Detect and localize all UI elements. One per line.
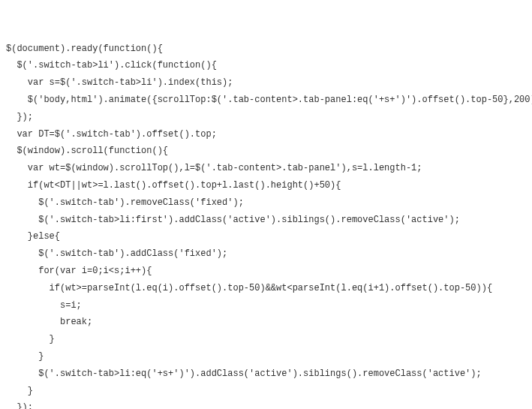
code-line: });	[6, 109, 526, 126]
code-line: }	[6, 331, 526, 348]
code-line: for(var i=0;i<s;i++){	[6, 263, 526, 280]
code-line: var s=$('.switch-tab>li').index(this);	[6, 74, 526, 92]
code-line: }else{	[6, 228, 526, 245]
code-line: $(document).ready(function(){	[6, 41, 526, 58]
code-line: }	[6, 348, 526, 365]
code-line: $('.switch-tab>li').click(function(){	[6, 57, 526, 74]
code-line: });	[6, 399, 526, 409]
code-line: var DT=$('.switch-tab').offset().top;	[6, 126, 526, 143]
code-line: break;	[6, 314, 526, 331]
code-line: $('.switch-tab>li:eq('+s+')').addClass('…	[6, 365, 526, 383]
code-line: var wt=$(window).scrollTop(),l=$('.tab-c…	[6, 160, 526, 177]
code-line: if(wt>=parseInt(l.eq(i).offset().top-50)…	[6, 280, 526, 297]
code-block: $(document).ready(function(){ $('.switch…	[6, 41, 526, 409]
code-line: if(wt<DT||wt>=l.last().offset().top+l.la…	[6, 177, 526, 194]
code-line: s=i;	[6, 297, 526, 314]
code-line: $('body,html').animate({scrollTop:$('.ta…	[6, 92, 526, 109]
code-line: $('.switch-tab').removeClass('fixed');	[6, 194, 526, 212]
code-line: $(window).scroll(function(){	[6, 143, 526, 160]
code-line: }	[6, 383, 526, 400]
code-line: $('.switch-tab').addClass('fixed');	[6, 245, 526, 263]
code-line: $('.switch-tab>li:first').addClass('acti…	[6, 212, 526, 229]
